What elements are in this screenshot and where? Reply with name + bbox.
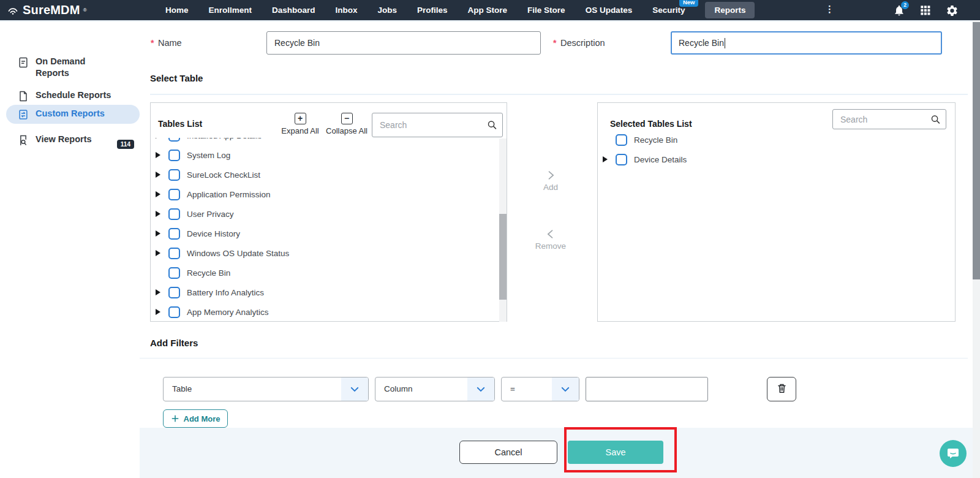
table-row-label: Installed App Details bbox=[187, 138, 262, 140]
tables-list-panel: Tables List + Expand All − Collapse All … bbox=[150, 102, 507, 322]
row-checkbox[interactable] bbox=[168, 287, 180, 298]
cancel-button[interactable]: Cancel bbox=[459, 441, 557, 464]
expand-arrow-icon[interactable] bbox=[156, 191, 160, 197]
table-row-label: Battery Info Analytics bbox=[187, 288, 264, 297]
save-button[interactable]: Save bbox=[568, 441, 663, 464]
expand-arrow-icon[interactable] bbox=[156, 211, 160, 217]
chevron-down-icon bbox=[552, 377, 579, 401]
app-window: SureMDM ® HomeEnrollmentDashboardInboxJo… bbox=[0, 0, 980, 478]
expand-all-icon: + bbox=[295, 113, 306, 124]
table-filter-dropdown[interactable]: Table bbox=[163, 377, 369, 401]
app-grid-icon[interactable] bbox=[919, 4, 932, 17]
column-filter-dropdown[interactable]: Column bbox=[375, 377, 495, 401]
nav-item-inbox[interactable]: Inbox bbox=[336, 6, 358, 15]
sidebar-item-label: View Reports bbox=[36, 134, 116, 145]
registered-mark: ® bbox=[83, 7, 87, 13]
blank-doc-icon bbox=[17, 90, 29, 102]
report-lines-icon bbox=[17, 56, 29, 69]
row-checkbox[interactable] bbox=[168, 248, 180, 259]
expand-arrow-icon[interactable] bbox=[156, 230, 160, 237]
delete-filter-button[interactable] bbox=[767, 377, 796, 401]
nav-item-security[interactable]: SecurityNew bbox=[652, 6, 685, 15]
tables-list-scrollbar-thumb[interactable] bbox=[499, 214, 507, 300]
nav-item-profiles[interactable]: Profiles bbox=[417, 6, 448, 15]
chevron-down-icon bbox=[341, 377, 368, 401]
expand-arrow-icon[interactable] bbox=[156, 289, 160, 295]
table-row-label: Recycle Bin bbox=[187, 268, 230, 278]
expand-arrow-icon[interactable] bbox=[156, 152, 160, 158]
table-row-label: App Memory Analytics bbox=[187, 308, 269, 317]
collapse-all-button[interactable]: − Collapse All bbox=[325, 113, 369, 135]
nav-item-jobs[interactable]: Jobs bbox=[378, 6, 398, 15]
add-filters-heading: Add Filters bbox=[150, 338, 198, 348]
notification-count-badge: 2 bbox=[901, 1, 909, 9]
view-report-icon bbox=[17, 134, 29, 146]
notifications-bell-icon[interactable]: 2 bbox=[893, 4, 905, 17]
expand-arrow-icon[interactable] bbox=[603, 156, 608, 162]
row-checkbox[interactable] bbox=[168, 208, 180, 220]
chat-bubble-icon bbox=[946, 446, 960, 461]
collapse-all-icon: − bbox=[341, 113, 353, 124]
nav-item-app-store[interactable]: App Store bbox=[468, 6, 508, 15]
row-checkbox[interactable] bbox=[168, 267, 180, 279]
table-row: SureLock CheckList bbox=[151, 165, 497, 184]
expand-arrow-icon[interactable] bbox=[156, 138, 160, 138]
expand-arrow-icon[interactable] bbox=[156, 250, 160, 256]
chevron-down-icon bbox=[467, 377, 494, 401]
expand-arrow-icon[interactable] bbox=[156, 309, 160, 315]
description-input[interactable]: Recycle Bin bbox=[671, 31, 942, 55]
page-scrollbar-thumb[interactable] bbox=[973, 22, 980, 279]
row-checkbox[interactable] bbox=[168, 138, 180, 142]
row-checkbox[interactable] bbox=[168, 228, 180, 240]
table-row-label: System Log bbox=[187, 151, 230, 160]
chat-widget-button[interactable] bbox=[940, 440, 967, 467]
add-tables-button[interactable]: Add bbox=[532, 169, 569, 192]
sidebar-item-label: Schedule Reports bbox=[36, 89, 116, 101]
add-more-filter-button[interactable]: Add More bbox=[163, 409, 228, 428]
row-checkbox[interactable] bbox=[616, 154, 627, 165]
tables-list-title: Tables List bbox=[158, 119, 202, 129]
filter-value-input[interactable] bbox=[586, 377, 708, 401]
nav-item-dashboard[interactable]: Dashboard bbox=[272, 6, 315, 15]
table-row: Battery Info Analytics bbox=[151, 283, 497, 302]
table-row: User Privacy bbox=[151, 204, 497, 224]
nav-item-home[interactable]: Home bbox=[165, 6, 189, 15]
chevron-right-icon bbox=[544, 173, 557, 183]
row-checkbox[interactable] bbox=[168, 189, 180, 200]
sidebar-item-custom-reports[interactable]: Custom Reports bbox=[0, 108, 144, 127]
table-row-label: Application Permission bbox=[187, 190, 271, 199]
tables-search bbox=[372, 113, 503, 137]
settings-gear-icon[interactable] bbox=[946, 4, 958, 17]
row-checkbox[interactable] bbox=[168, 169, 180, 181]
expand-arrow-icon[interactable] bbox=[156, 172, 160, 178]
brand-logo[interactable]: SureMDM ® bbox=[6, 0, 87, 20]
remove-tables-button[interactable]: Remove bbox=[532, 228, 569, 251]
tables-list: Installed App DetailsSystem LogSureLock … bbox=[151, 138, 497, 322]
top-nav: SureMDM ® HomeEnrollmentDashboardInboxJo… bbox=[0, 0, 980, 20]
table-row-label: User Privacy bbox=[187, 210, 234, 219]
name-input[interactable] bbox=[266, 31, 541, 55]
sidebar-item-schedule-reports[interactable]: Schedule Reports bbox=[0, 89, 144, 103]
table-row: Installed App Details bbox=[151, 138, 497, 145]
row-checkbox[interactable] bbox=[168, 150, 180, 161]
nav-item-enrollment[interactable]: Enrollment bbox=[209, 6, 252, 15]
nav-item-file-store[interactable]: File Store bbox=[527, 6, 565, 15]
tables-search-input[interactable] bbox=[372, 113, 503, 137]
sidebar-item-on-demand-reports[interactable]: On Demand Reports bbox=[0, 56, 144, 80]
plus-icon bbox=[171, 414, 179, 423]
table-row: Device Details bbox=[598, 150, 947, 169]
expand-all-button[interactable]: + Expand All bbox=[278, 113, 322, 135]
nav-item-os-updates[interactable]: OS Updates bbox=[586, 6, 633, 15]
table-row-label: SureLock CheckList bbox=[187, 170, 260, 180]
row-checkbox[interactable] bbox=[168, 306, 180, 318]
section-divider bbox=[150, 94, 968, 95]
nav-item-reports[interactable]: Reports bbox=[705, 2, 755, 18]
sidebar-item-view-reports[interactable]: View Reports114 bbox=[0, 134, 144, 158]
operator-filter-dropdown[interactable]: = bbox=[501, 377, 579, 401]
row-checkbox[interactable] bbox=[616, 134, 627, 146]
table-row: Recycle Bin bbox=[598, 130, 947, 150]
kebab-menu-icon[interactable]: ⋮ bbox=[825, 4, 834, 15]
selected-search-input[interactable] bbox=[832, 109, 946, 129]
new-badge: New bbox=[679, 0, 699, 7]
text-cursor bbox=[725, 38, 726, 48]
